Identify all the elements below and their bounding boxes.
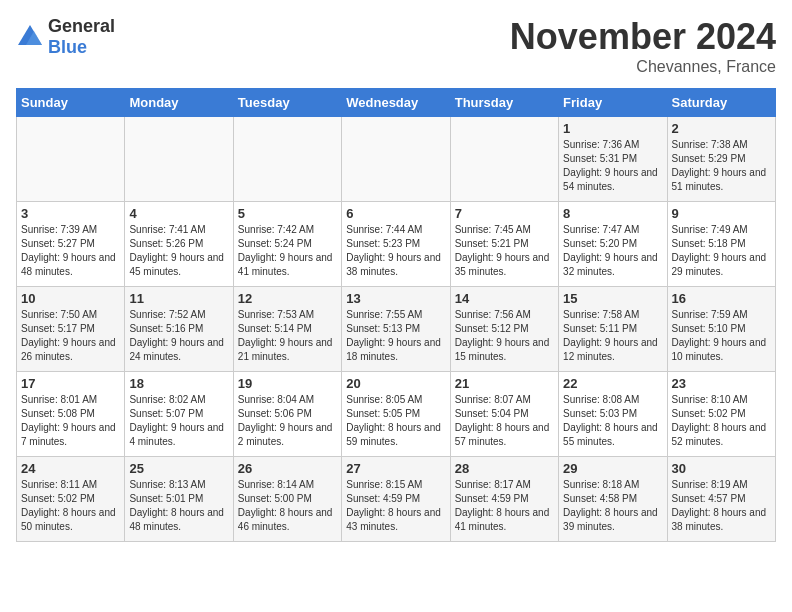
day-info: Sunrise: 7:55 AM Sunset: 5:13 PM Dayligh… [346, 308, 445, 364]
day-number: 18 [129, 376, 228, 391]
day-info: Sunrise: 8:04 AM Sunset: 5:06 PM Dayligh… [238, 393, 337, 449]
day-info: Sunrise: 8:08 AM Sunset: 5:03 PM Dayligh… [563, 393, 662, 449]
day-info: Sunrise: 8:14 AM Sunset: 5:00 PM Dayligh… [238, 478, 337, 534]
day-number: 29 [563, 461, 662, 476]
day-info: Sunrise: 8:10 AM Sunset: 5:02 PM Dayligh… [672, 393, 771, 449]
calendar-cell: 12Sunrise: 7:53 AM Sunset: 5:14 PM Dayli… [233, 287, 341, 372]
calendar-cell: 3Sunrise: 7:39 AM Sunset: 5:27 PM Daylig… [17, 202, 125, 287]
day-info: Sunrise: 8:13 AM Sunset: 5:01 PM Dayligh… [129, 478, 228, 534]
day-number: 26 [238, 461, 337, 476]
calendar-cell: 17Sunrise: 8:01 AM Sunset: 5:08 PM Dayli… [17, 372, 125, 457]
day-info: Sunrise: 8:19 AM Sunset: 4:57 PM Dayligh… [672, 478, 771, 534]
day-number: 25 [129, 461, 228, 476]
calendar-cell: 30Sunrise: 8:19 AM Sunset: 4:57 PM Dayli… [667, 457, 775, 542]
week-row-4: 17Sunrise: 8:01 AM Sunset: 5:08 PM Dayli… [17, 372, 776, 457]
logo-general-text: General [48, 16, 115, 36]
calendar-title: November 2024 [510, 16, 776, 58]
calendar-cell: 23Sunrise: 8:10 AM Sunset: 5:02 PM Dayli… [667, 372, 775, 457]
calendar-cell: 20Sunrise: 8:05 AM Sunset: 5:05 PM Dayli… [342, 372, 450, 457]
day-info: Sunrise: 7:52 AM Sunset: 5:16 PM Dayligh… [129, 308, 228, 364]
header: General Blue November 2024 Chevannes, Fr… [16, 16, 776, 76]
calendar-cell: 1Sunrise: 7:36 AM Sunset: 5:31 PM Daylig… [559, 117, 667, 202]
day-number: 13 [346, 291, 445, 306]
day-info: Sunrise: 7:59 AM Sunset: 5:10 PM Dayligh… [672, 308, 771, 364]
day-number: 20 [346, 376, 445, 391]
day-number: 9 [672, 206, 771, 221]
day-info: Sunrise: 7:58 AM Sunset: 5:11 PM Dayligh… [563, 308, 662, 364]
day-header-friday: Friday [559, 89, 667, 117]
calendar-cell: 29Sunrise: 8:18 AM Sunset: 4:58 PM Dayli… [559, 457, 667, 542]
calendar-cell: 16Sunrise: 7:59 AM Sunset: 5:10 PM Dayli… [667, 287, 775, 372]
day-info: Sunrise: 8:18 AM Sunset: 4:58 PM Dayligh… [563, 478, 662, 534]
day-info: Sunrise: 7:47 AM Sunset: 5:20 PM Dayligh… [563, 223, 662, 279]
day-number: 16 [672, 291, 771, 306]
day-info: Sunrise: 8:07 AM Sunset: 5:04 PM Dayligh… [455, 393, 554, 449]
calendar-cell: 26Sunrise: 8:14 AM Sunset: 5:00 PM Dayli… [233, 457, 341, 542]
day-number: 30 [672, 461, 771, 476]
day-number: 22 [563, 376, 662, 391]
day-number: 6 [346, 206, 445, 221]
calendar-cell: 5Sunrise: 7:42 AM Sunset: 5:24 PM Daylig… [233, 202, 341, 287]
calendar-cell: 27Sunrise: 8:15 AM Sunset: 4:59 PM Dayli… [342, 457, 450, 542]
day-info: Sunrise: 8:01 AM Sunset: 5:08 PM Dayligh… [21, 393, 120, 449]
day-number: 3 [21, 206, 120, 221]
calendar-cell [342, 117, 450, 202]
day-number: 23 [672, 376, 771, 391]
week-row-2: 3Sunrise: 7:39 AM Sunset: 5:27 PM Daylig… [17, 202, 776, 287]
calendar-cell: 9Sunrise: 7:49 AM Sunset: 5:18 PM Daylig… [667, 202, 775, 287]
day-header-thursday: Thursday [450, 89, 558, 117]
logo: General Blue [16, 16, 115, 58]
day-number: 7 [455, 206, 554, 221]
calendar-cell: 7Sunrise: 7:45 AM Sunset: 5:21 PM Daylig… [450, 202, 558, 287]
calendar-cell: 2Sunrise: 7:38 AM Sunset: 5:29 PM Daylig… [667, 117, 775, 202]
day-number: 5 [238, 206, 337, 221]
day-info: Sunrise: 7:38 AM Sunset: 5:29 PM Dayligh… [672, 138, 771, 194]
logo-icon [16, 23, 44, 51]
calendar-cell: 25Sunrise: 8:13 AM Sunset: 5:01 PM Dayli… [125, 457, 233, 542]
day-info: Sunrise: 7:39 AM Sunset: 5:27 PM Dayligh… [21, 223, 120, 279]
title-area: November 2024 Chevannes, France [510, 16, 776, 76]
day-info: Sunrise: 7:56 AM Sunset: 5:12 PM Dayligh… [455, 308, 554, 364]
calendar-table: SundayMondayTuesdayWednesdayThursdayFrid… [16, 88, 776, 542]
day-info: Sunrise: 8:02 AM Sunset: 5:07 PM Dayligh… [129, 393, 228, 449]
calendar-cell [125, 117, 233, 202]
day-header-wednesday: Wednesday [342, 89, 450, 117]
day-info: Sunrise: 7:53 AM Sunset: 5:14 PM Dayligh… [238, 308, 337, 364]
calendar-cell: 15Sunrise: 7:58 AM Sunset: 5:11 PM Dayli… [559, 287, 667, 372]
calendar-cell: 24Sunrise: 8:11 AM Sunset: 5:02 PM Dayli… [17, 457, 125, 542]
calendar-cell: 13Sunrise: 7:55 AM Sunset: 5:13 PM Dayli… [342, 287, 450, 372]
day-header-saturday: Saturday [667, 89, 775, 117]
day-info: Sunrise: 8:17 AM Sunset: 4:59 PM Dayligh… [455, 478, 554, 534]
day-info: Sunrise: 7:42 AM Sunset: 5:24 PM Dayligh… [238, 223, 337, 279]
day-number: 19 [238, 376, 337, 391]
day-info: Sunrise: 8:05 AM Sunset: 5:05 PM Dayligh… [346, 393, 445, 449]
day-number: 15 [563, 291, 662, 306]
day-number: 24 [21, 461, 120, 476]
day-info: Sunrise: 7:45 AM Sunset: 5:21 PM Dayligh… [455, 223, 554, 279]
day-number: 2 [672, 121, 771, 136]
calendar-cell: 18Sunrise: 8:02 AM Sunset: 5:07 PM Dayli… [125, 372, 233, 457]
day-info: Sunrise: 7:41 AM Sunset: 5:26 PM Dayligh… [129, 223, 228, 279]
day-number: 14 [455, 291, 554, 306]
day-header-monday: Monday [125, 89, 233, 117]
day-number: 21 [455, 376, 554, 391]
day-number: 11 [129, 291, 228, 306]
week-row-1: 1Sunrise: 7:36 AM Sunset: 5:31 PM Daylig… [17, 117, 776, 202]
calendar-cell: 4Sunrise: 7:41 AM Sunset: 5:26 PM Daylig… [125, 202, 233, 287]
day-header-tuesday: Tuesday [233, 89, 341, 117]
calendar-cell [17, 117, 125, 202]
calendar-subtitle: Chevannes, France [510, 58, 776, 76]
day-info: Sunrise: 7:44 AM Sunset: 5:23 PM Dayligh… [346, 223, 445, 279]
day-info: Sunrise: 7:49 AM Sunset: 5:18 PM Dayligh… [672, 223, 771, 279]
day-info: Sunrise: 7:36 AM Sunset: 5:31 PM Dayligh… [563, 138, 662, 194]
logo-blue-text: Blue [48, 37, 87, 57]
calendar-cell: 11Sunrise: 7:52 AM Sunset: 5:16 PM Dayli… [125, 287, 233, 372]
calendar-cell: 22Sunrise: 8:08 AM Sunset: 5:03 PM Dayli… [559, 372, 667, 457]
day-number: 27 [346, 461, 445, 476]
day-number: 12 [238, 291, 337, 306]
calendar-cell: 8Sunrise: 7:47 AM Sunset: 5:20 PM Daylig… [559, 202, 667, 287]
calendar-cell: 6Sunrise: 7:44 AM Sunset: 5:23 PM Daylig… [342, 202, 450, 287]
day-info: Sunrise: 8:15 AM Sunset: 4:59 PM Dayligh… [346, 478, 445, 534]
calendar-cell: 10Sunrise: 7:50 AM Sunset: 5:17 PM Dayli… [17, 287, 125, 372]
week-row-3: 10Sunrise: 7:50 AM Sunset: 5:17 PM Dayli… [17, 287, 776, 372]
